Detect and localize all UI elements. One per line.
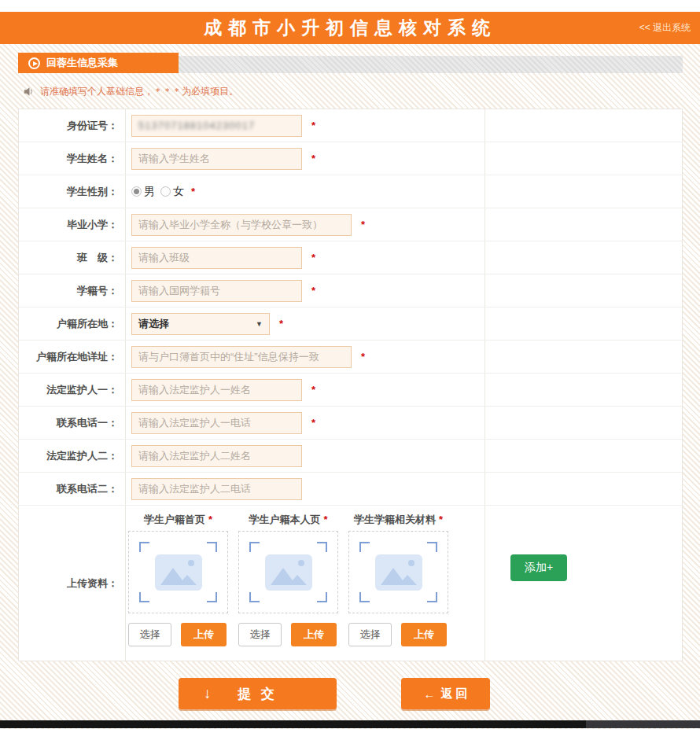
- choose-file-button[interactable]: 选择: [348, 623, 392, 646]
- household-location-select[interactable]: 请选择 ▼: [131, 313, 270, 335]
- image-placeholder-icon: [374, 554, 423, 591]
- choose-file-button[interactable]: 选择: [128, 623, 171, 646]
- play-circle-icon: [28, 57, 40, 69]
- form-row-student-id: 学籍号： *: [19, 274, 682, 307]
- notice-text: 请准确填写个人基础信息，＊＊＊为必填项目。: [40, 85, 238, 98]
- guardian-two-input[interactable]: [131, 445, 302, 467]
- back-label: 返 回: [440, 687, 467, 701]
- radio-unselected-icon: [160, 186, 171, 197]
- class-input[interactable]: [131, 247, 302, 269]
- choose-file-button[interactable]: 选择: [238, 623, 282, 646]
- add-more-button[interactable]: 添加+: [510, 554, 567, 581]
- upload-dropzone[interactable]: [348, 531, 448, 613]
- field-label: 学生姓名：: [19, 142, 126, 175]
- form-row-household-address: 户籍所在地详址： *: [19, 341, 682, 374]
- upload-dropzone[interactable]: [128, 531, 228, 613]
- image-placeholder-icon: [264, 554, 313, 591]
- back-button[interactable]: ← 返 回: [401, 678, 490, 709]
- required-asterisk: *: [361, 351, 365, 363]
- gender-radio-male[interactable]: 男: [131, 185, 155, 199]
- id-number-field[interactable]: 513707188104230017: [131, 115, 302, 137]
- field-label: 联系电话一：: [19, 407, 126, 439]
- form-row-gender: 学生性别： 男 女 *: [19, 175, 682, 208]
- form-row-household-location: 户籍所在地： 请选择 ▼ *: [19, 307, 682, 341]
- field-label: 学籍号：: [19, 274, 126, 307]
- logout-link[interactable]: << 退出系统: [639, 12, 691, 44]
- required-asterisk: *: [361, 219, 365, 230]
- upload-column-school-materials: 学生学籍相关材料* 选择 上传: [348, 512, 448, 646]
- tab-student-info-collection[interactable]: 回蓉生信息采集: [18, 53, 179, 73]
- required-asterisk: *: [311, 120, 315, 131]
- field-label: 户籍所在地详址：: [19, 341, 126, 373]
- app-header: 成都市小升初信息核对系统 << 退出系统: [0, 12, 700, 44]
- upload-title: 学生户籍首页*: [128, 512, 228, 528]
- chevron-down-icon: ▼: [256, 320, 263, 328]
- viewfinder-bracket: [427, 542, 437, 552]
- tab-label: 回蓉生信息采集: [46, 56, 118, 70]
- arrow-left-icon: ←: [423, 687, 435, 701]
- arrow-down-icon: ↓: [204, 678, 212, 709]
- gender-radio-female[interactable]: 女: [160, 185, 184, 199]
- student-info-form: 身份证号： 513707188104230017 * 学生姓名： * 学生性别：: [18, 109, 683, 661]
- student-name-input[interactable]: [131, 148, 302, 170]
- upload-title: 学生学籍相关材料*: [348, 512, 448, 528]
- field-label: 班 级：: [19, 241, 126, 274]
- speaker-icon: [24, 87, 35, 97]
- required-asterisk: *: [311, 153, 315, 164]
- radio-selected-icon: [131, 186, 142, 197]
- viewfinder-bracket: [139, 592, 149, 602]
- field-label: 户籍所在地：: [19, 307, 126, 340]
- required-asterisk: *: [208, 514, 212, 525]
- viewfinder-bracket: [207, 542, 217, 552]
- page: 成都市小升初信息核对系统 << 退出系统 回蓉生信息采集 请准确填写个人基础信息…: [0, 0, 700, 729]
- upload-file-button[interactable]: 上传: [181, 623, 227, 646]
- gender-radio-group: 男 女: [131, 185, 190, 199]
- student-registry-input[interactable]: [131, 280, 302, 302]
- select-value: 请选择: [138, 317, 169, 331]
- viewfinder-bracket: [249, 542, 260, 552]
- form-row-phone-two: 联系电话二：: [19, 473, 682, 506]
- required-asterisk: *: [311, 384, 315, 396]
- viewfinder-bracket: [207, 592, 217, 602]
- primary-school-input[interactable]: [131, 214, 352, 236]
- household-address-input[interactable]: [131, 346, 352, 368]
- viewfinder-bracket: [427, 592, 437, 602]
- field-label: 学生性别：: [19, 175, 126, 208]
- required-asterisk: *: [323, 514, 327, 525]
- required-asterisk: *: [311, 285, 315, 296]
- phone-two-input[interactable]: [131, 478, 302, 500]
- form-row-student-name: 学生姓名： *: [19, 142, 682, 175]
- viewfinder-bracket: [359, 542, 370, 552]
- submit-button[interactable]: ↓ 提 交: [179, 678, 337, 709]
- top-strip: [0, 0, 700, 12]
- image-placeholder-icon: [154, 554, 203, 591]
- form-row-phone-one: 联系电话一： *: [19, 407, 682, 440]
- field-label: 身份证号：: [19, 109, 126, 142]
- required-asterisk: *: [191, 186, 195, 197]
- field-label: 法定监护人一：: [19, 374, 126, 406]
- window-bottom-bar-segment: [586, 720, 700, 728]
- tab-bar: 回蓉生信息采集: [18, 53, 683, 73]
- viewfinder-bracket: [249, 592, 260, 602]
- required-asterisk: *: [279, 318, 283, 330]
- field-label: 毕业小学：: [19, 208, 126, 241]
- guardian-one-input[interactable]: [131, 379, 302, 401]
- form-row-primary-school: 毕业小学： *: [19, 208, 682, 241]
- required-asterisk: *: [439, 514, 443, 525]
- id-number-masked-value: 513707188104230017: [138, 120, 255, 131]
- form-row-class: 班 级： *: [19, 241, 682, 274]
- field-label: 上传资料：: [19, 506, 126, 661]
- upload-area: 学生户籍首页* 选择 上传: [126, 506, 485, 661]
- upload-dropzone[interactable]: [238, 531, 338, 613]
- form-row-upload-materials: 上传资料： 学生户籍首页*: [19, 506, 682, 661]
- upload-file-button[interactable]: 上传: [291, 623, 337, 646]
- field-label: 法定监护人二：: [19, 440, 126, 472]
- form-row-id-number: 身份证号： 513707188104230017 *: [19, 109, 682, 142]
- notice-bar: 请准确填写个人基础信息，＊＊＊为必填项目。: [24, 84, 238, 98]
- viewfinder-bracket: [317, 542, 327, 552]
- viewfinder-bracket: [359, 592, 370, 602]
- upload-file-button[interactable]: 上传: [401, 623, 447, 646]
- phone-one-input[interactable]: [131, 412, 302, 434]
- viewfinder-bracket: [317, 592, 327, 602]
- form-row-guardian-two: 法定监护人二：: [19, 440, 682, 473]
